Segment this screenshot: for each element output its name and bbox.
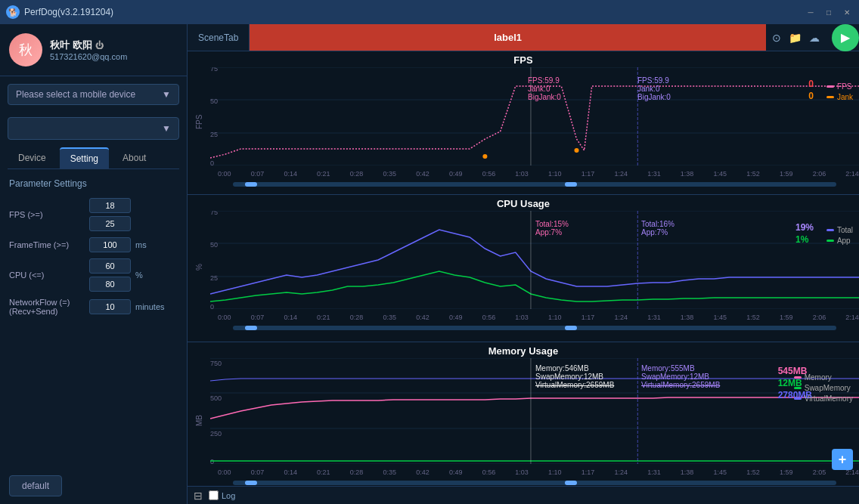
- memory-chart-title: Memory Usage: [188, 342, 859, 358]
- add-chart-button[interactable]: +: [832, 449, 853, 470]
- fps-param-row: FPS (>=): [9, 198, 178, 231]
- svg-point-9: [482, 154, 487, 159]
- frametime-label: FrameTime (>=): [9, 240, 85, 249]
- cpu-y-label: %: [188, 211, 210, 324]
- tab-about[interactable]: About: [112, 147, 157, 169]
- default-button[interactable]: default: [9, 475, 62, 496]
- network-unit: minutes: [135, 302, 165, 311]
- cpu-value-right: 19% 1%: [795, 222, 814, 245]
- chevron-down-icon-2: ▼: [162, 123, 171, 134]
- memory-chart: Memory Usage MB 750 500 250: [188, 342, 859, 486]
- fps-max-input[interactable]: [89, 216, 131, 231]
- network-input[interactable]: [89, 299, 131, 314]
- memory-y-label: MB: [188, 358, 210, 483]
- app-title: PerfDog(v3.2.191204): [24, 7, 113, 17]
- fps-label: FPS (>=): [9, 210, 85, 219]
- fps-chart-title: FPS: [188, 51, 859, 67]
- folder-icon[interactable]: 📁: [789, 32, 802, 44]
- svg-text:25: 25: [210, 274, 218, 282]
- minimize-button[interactable]: ─: [805, 6, 817, 18]
- param-section-title: Parameter Settings: [9, 178, 178, 189]
- power-icon: ⏻: [95, 41, 104, 50]
- user-info: 秋 秋叶 欧阳 ⏻ 517321620@qq.com: [0, 24, 187, 76]
- network-label: NetworkFlow (=)(Recv+Send): [9, 298, 85, 316]
- memory-svg-area: 750 500 250 0: [210, 358, 859, 483]
- cpu-svg-area: 75 50 25 0: [210, 211, 859, 324]
- fps-y-label: FPS: [188, 67, 210, 177]
- expand-icon[interactable]: ⊟: [194, 490, 203, 502]
- top-bar: SceneTab label1 ⊙ 📁 ☁ ▶: [188, 24, 859, 51]
- cpu-chart-title: CPU Usage: [188, 195, 859, 211]
- app-selector[interactable]: ▼: [8, 117, 179, 140]
- network-param-row: NetworkFlow (=)(Recv+Send) minutes: [9, 298, 178, 316]
- user-email: 517321620@qq.com: [50, 52, 178, 61]
- cpu-legend: Total App: [826, 226, 853, 245]
- device-selector[interactable]: Please select a mobile device ▼: [8, 84, 179, 105]
- cloud-icon[interactable]: ☁: [809, 32, 820, 44]
- cpu-min-input[interactable]: [89, 258, 131, 274]
- cpu-max-input[interactable]: [89, 277, 131, 292]
- right-panel: SceneTab label1 ⊙ 📁 ☁ ▶ FPS FPS: [188, 24, 859, 504]
- top-bar-icons: ⊙ 📁 ☁: [766, 32, 826, 44]
- title-bar: 🐕 PerfDog(v3.2.191204) ─ □ ✕: [0, 0, 859, 24]
- frametime-param-row: FrameTime (>=) ms: [9, 237, 178, 252]
- target-icon[interactable]: ⊙: [772, 32, 781, 44]
- device-selector-text: Please select a mobile device: [16, 89, 135, 100]
- tab-setting[interactable]: Setting: [60, 147, 109, 169]
- sidebar-tabs: Device Setting About: [8, 147, 179, 169]
- cpu-label: CPU (<=): [9, 271, 85, 280]
- memory-timeline[interactable]: [233, 481, 836, 485]
- label-bar: label1: [250, 24, 766, 51]
- fps-legend: FPS Jank: [826, 82, 853, 101]
- scene-tab[interactable]: SceneTab: [188, 24, 250, 51]
- cpu-unit: %: [135, 271, 143, 280]
- close-button[interactable]: ✕: [841, 6, 853, 18]
- svg-text:0: 0: [210, 159, 214, 165]
- svg-text:50: 50: [210, 97, 218, 105]
- tab-device[interactable]: Device: [8, 147, 57, 169]
- svg-text:0: 0: [210, 303, 214, 309]
- svg-text:75: 75: [210, 67, 218, 73]
- svg-point-8: [574, 148, 578, 153]
- user-name: 秋叶 欧阳: [50, 39, 92, 52]
- fps-value-right: 0 0: [808, 79, 814, 101]
- avatar: 秋: [9, 33, 42, 66]
- app-icon: 🐕: [6, 5, 20, 19]
- cpu-chart: CPU Usage % 75 50 25: [188, 195, 859, 342]
- charts-area: FPS FPS 75 50: [188, 51, 859, 486]
- chevron-down-icon: ▼: [162, 89, 171, 100]
- memory-legend: Memory SwapMemory VirtualMemory: [794, 373, 853, 403]
- cpu-timeline[interactable]: [233, 326, 836, 330]
- svg-text:500: 500: [210, 394, 222, 402]
- log-label: Log: [222, 491, 235, 500]
- fps-timeline[interactable]: [233, 182, 836, 187]
- cpu-param-row: CPU (<=) %: [9, 258, 178, 292]
- log-checkbox[interactable]: [209, 490, 219, 500]
- fps-svg-area: 75 50 25 0: [210, 67, 859, 177]
- parameter-settings: Parameter Settings FPS (>=) FrameTime (>…: [0, 169, 187, 468]
- play-button[interactable]: ▶: [832, 24, 859, 51]
- sidebar: 秋 秋叶 欧阳 ⏻ 517321620@qq.com Please select…: [0, 24, 188, 504]
- svg-text:25: 25: [210, 131, 218, 138]
- frametime-input[interactable]: [89, 237, 131, 252]
- maximize-button[interactable]: □: [823, 6, 835, 18]
- fps-min-input[interactable]: [89, 198, 131, 213]
- bottom-bar: ⊟ Log: [188, 486, 859, 504]
- log-checkbox-area[interactable]: Log: [209, 490, 235, 500]
- frametime-unit: ms: [135, 240, 147, 249]
- fps-chart: FPS FPS 75 50: [188, 51, 859, 195]
- svg-text:750: 750: [210, 360, 222, 367]
- svg-text:50: 50: [210, 241, 218, 249]
- svg-text:250: 250: [210, 430, 222, 438]
- svg-text:75: 75: [210, 211, 218, 216]
